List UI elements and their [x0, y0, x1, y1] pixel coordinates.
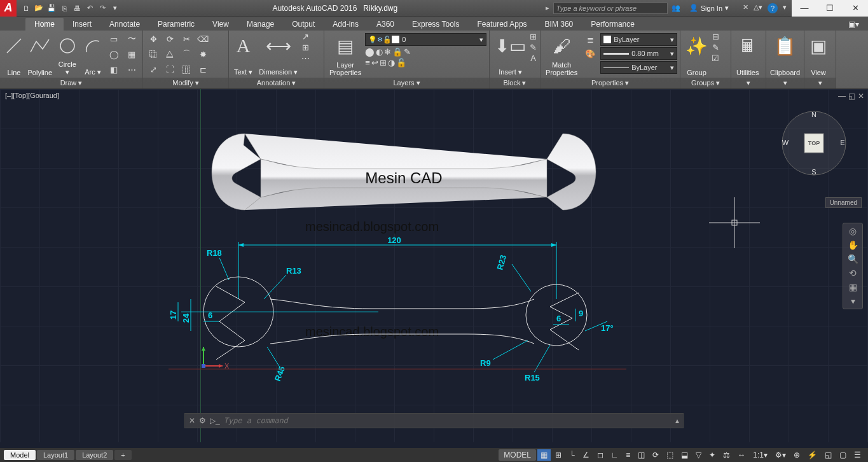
- scale-icon[interactable]: ⛶: [162, 62, 177, 76]
- layer-match-icon[interactable]: ≡: [365, 58, 370, 67]
- a360-icon[interactable]: △▾: [754, 3, 762, 13]
- layer-states-icon[interactable]: ⊞: [380, 58, 387, 67]
- layer-properties-button[interactable]: ▤Layer Properties: [327, 32, 364, 78]
- layer-combo[interactable]: 💡 ❄ 🔓 0 ▾: [365, 33, 486, 46]
- qat-more-icon[interactable]: ▾: [109, 3, 121, 14]
- minimize-button[interactable]: —: [792, 0, 817, 17]
- layer-off-icon[interactable]: ⬤: [365, 47, 375, 57]
- layer-prev-icon[interactable]: ↩: [371, 58, 378, 67]
- panel-title-utilities[interactable]: ▾: [731, 78, 766, 88]
- line-button[interactable]: Line: [3, 32, 25, 78]
- hardware-accel-icon[interactable]: ⚡: [804, 449, 820, 461]
- nav-more-icon[interactable]: ▾: [851, 296, 855, 306]
- panel-title-annotation[interactable]: Annotation ▾: [229, 78, 324, 88]
- autoscale-icon[interactable]: ↔: [734, 449, 748, 461]
- pan-icon[interactable]: ✋: [848, 240, 858, 250]
- move-icon[interactable]: ✥: [146, 32, 161, 46]
- viewcube[interactable]: N S E W TOP: [779, 108, 849, 178]
- layer-iso-icon[interactable]: ◐: [376, 47, 383, 57]
- layer-make-icon[interactable]: ✎: [404, 47, 411, 57]
- search-arrow-icon[interactable]: ▸: [546, 4, 549, 12]
- cmd-customize-icon[interactable]: ⚙: [199, 416, 206, 425]
- region-icon[interactable]: ◧: [106, 62, 122, 76]
- rect-icon[interactable]: ▭: [106, 32, 122, 46]
- undo-icon[interactable]: ↶: [84, 3, 95, 14]
- array-icon[interactable]: ⿲: [179, 62, 194, 76]
- tab-bim360[interactable]: BIM 360: [536, 18, 582, 31]
- app-logo-icon[interactable]: A: [0, 0, 17, 17]
- rotate-icon[interactable]: ⟳: [162, 32, 177, 46]
- maximize-button[interactable]: ☐: [817, 0, 843, 17]
- polyline-button[interactable]: Polyline: [27, 32, 53, 78]
- tab-layout2[interactable]: Layout2: [76, 450, 113, 460]
- tab-a360[interactable]: A360: [368, 18, 403, 31]
- lineweight-combo[interactable]: 0.80 mm▾: [600, 47, 677, 60]
- tab-parametric[interactable]: Parametric: [149, 18, 203, 31]
- text-button[interactable]: AText ▾: [231, 32, 255, 78]
- layer-uniso-icon[interactable]: ◑: [388, 58, 395, 67]
- ellipse-icon[interactable]: ◯: [106, 47, 122, 61]
- saveas-icon[interactable]: ⎘: [59, 3, 70, 14]
- color-combo[interactable]: ByLayer▾: [600, 33, 677, 46]
- doc-close-icon[interactable]: ✕: [858, 92, 864, 101]
- customize-status-icon[interactable]: ☰: [851, 449, 864, 461]
- anno-monitor-icon[interactable]: ⊕: [790, 449, 803, 461]
- ucs-name-label[interactable]: Unnamed: [825, 197, 862, 208]
- save-icon[interactable]: 💾: [46, 3, 57, 14]
- stretch-icon[interactable]: ⤢: [146, 62, 161, 76]
- panel-title-view[interactable]: ▾: [804, 78, 836, 88]
- clean-screen-icon[interactable]: ▢: [836, 449, 850, 461]
- grid-toggle-icon[interactable]: ▦: [537, 449, 551, 461]
- doc-minimize-icon[interactable]: —: [838, 92, 846, 101]
- tab-output[interactable]: Output: [283, 18, 324, 31]
- command-line[interactable]: ✕ ⚙ ▷_ ▴: [184, 413, 684, 428]
- snap-toggle-icon[interactable]: ⊞: [552, 449, 565, 461]
- list-icon[interactable]: ≣: [582, 33, 598, 46]
- clipboard-button[interactable]: 📋Clipboard: [769, 32, 801, 78]
- open-icon[interactable]: 📂: [33, 3, 45, 14]
- signin-button[interactable]: 👤 Sign In ▾: [684, 4, 734, 12]
- selection-filter-icon[interactable]: ▽: [692, 449, 705, 461]
- group-sel-icon[interactable]: ☑: [712, 53, 719, 63]
- tab-featured[interactable]: Featured Apps: [469, 18, 536, 31]
- help-arrow-icon[interactable]: ▾: [783, 3, 787, 13]
- panel-title-properties[interactable]: Properties ▾: [541, 78, 680, 88]
- tab-focus[interactable]: ▣▾: [839, 18, 868, 31]
- group-button[interactable]: ✨Group: [683, 32, 710, 78]
- circle-button[interactable]: Circle ▾: [55, 32, 80, 78]
- search-input[interactable]: Type a keyword or phrase: [553, 3, 668, 14]
- tab-performance[interactable]: Performance: [582, 18, 644, 31]
- ungroup-icon[interactable]: ⊟: [712, 32, 719, 41]
- panel-title-draw[interactable]: Draw ▾: [0, 78, 142, 88]
- osnap-toggle-icon[interactable]: ◻: [594, 449, 607, 461]
- help-icon[interactable]: ?: [768, 3, 778, 13]
- otrack-toggle-icon[interactable]: ∟: [608, 449, 622, 461]
- infocenter-icon[interactable]: 👥: [672, 4, 680, 12]
- tab-annotate[interactable]: Annotate: [100, 18, 149, 31]
- more-draw-icon[interactable]: ⋯: [123, 62, 140, 76]
- linetype-combo[interactable]: ByLayer▾: [600, 61, 677, 74]
- new-icon[interactable]: 🗋: [20, 3, 32, 14]
- doc-restore-icon[interactable]: ◱: [848, 92, 855, 101]
- table-icon[interactable]: ⊞: [301, 43, 310, 52]
- transparency-toggle-icon[interactable]: ◫: [635, 449, 648, 461]
- tab-home[interactable]: Home: [25, 18, 64, 31]
- panel-title-groups[interactable]: Groups ▾: [680, 78, 731, 88]
- edit-block-icon[interactable]: ✎: [530, 43, 537, 52]
- panel-title-layers[interactable]: Layers ▾: [324, 78, 489, 88]
- offset-icon[interactable]: ⊏: [195, 62, 210, 76]
- create-block-icon[interactable]: ⊞: [530, 32, 537, 41]
- steering-wheel-icon[interactable]: ◎: [849, 226, 857, 236]
- mirror-icon[interactable]: ⧋: [162, 47, 177, 61]
- cmd-close-icon[interactable]: ✕: [189, 416, 195, 425]
- close-button[interactable]: ✕: [843, 0, 868, 17]
- add-layout-button[interactable]: +: [114, 450, 131, 460]
- utilities-button[interactable]: 🖩Utilities: [734, 32, 761, 78]
- plot-icon[interactable]: 🖶: [71, 3, 83, 14]
- insert-button[interactable]: ⬇▭Insert ▾: [492, 32, 528, 78]
- tab-insert[interactable]: Insert: [64, 18, 100, 31]
- explode-icon[interactable]: ✸: [195, 47, 210, 61]
- viewport-label[interactable]: [–][Top][Gouraud]: [5, 92, 59, 99]
- palette-icon[interactable]: 🎨: [582, 47, 598, 60]
- view-button[interactable]: ▣View: [807, 32, 830, 78]
